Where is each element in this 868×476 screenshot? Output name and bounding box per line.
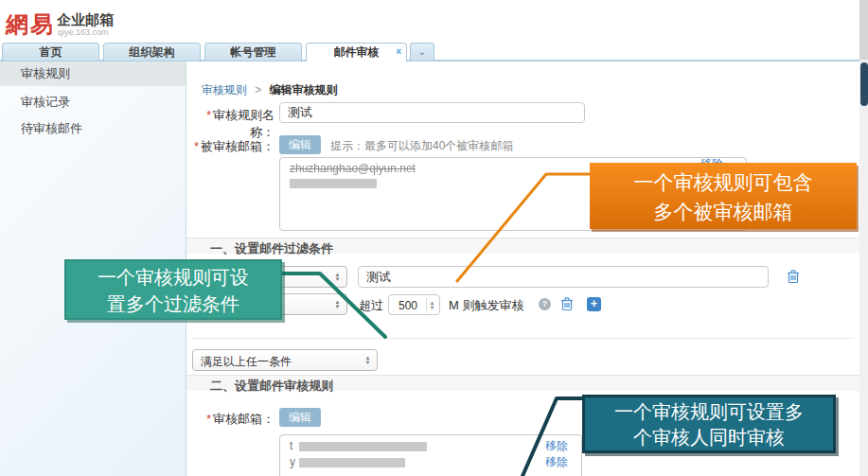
auditor-edit-button[interactable]: 编辑 (279, 408, 321, 427)
help-icon[interactable]: ? (539, 298, 551, 310)
section1-band: 一、设置邮件过滤条件 (186, 238, 859, 254)
section2-band: 二、设置邮件审核规则 (186, 375, 859, 391)
sidebar-item-pending-mails[interactable]: 待审核邮件 (0, 116, 186, 141)
select-stepper-icon: ▲▼ (331, 270, 344, 285)
filter1-trash-icon[interactable] (787, 269, 800, 288)
callout-filter-conditions: 一个审核规则可设 置多个过滤条件 (64, 259, 282, 320)
filter2-trash-icon[interactable] (560, 296, 574, 315)
auditor-remove-link-2[interactable]: 移除 (545, 454, 568, 470)
tab-home[interactable]: 首页 (2, 43, 99, 61)
filter2-suffix-text: M 则触发审核 (449, 297, 523, 314)
select-stepper-icon: ▲▼ (331, 297, 344, 312)
number-stepper-icon[interactable]: ▲▼ (426, 297, 437, 313)
audited-email-redaction-bar (290, 179, 377, 188)
breadcrumb-current: 编辑审核规则 (270, 83, 338, 97)
audited-hint: 提示：最多可以添加40个被审核邮箱 (330, 138, 513, 154)
filter2-prefix-text: 超过 (359, 297, 383, 314)
sidebar-item-audit-rules[interactable]: 审核规则 (0, 62, 186, 86)
auditor-email-prefix: y (290, 455, 295, 468)
callout-auditors: 一个审核规则可设置多 个审核人同时审核 (582, 395, 836, 453)
sidebar-item-audit-records[interactable]: 审核记录 (0, 90, 186, 115)
tab-mail-audit[interactable]: 邮件审核 × (306, 43, 407, 62)
scrollbar-thumb[interactable] (860, 62, 868, 106)
match-condition-select[interactable]: 满足以上任一条件 ▲▼ (192, 349, 378, 371)
auditor-email-redaction-bar (299, 442, 427, 451)
separator (192, 338, 854, 339)
tab-org-structure[interactable]: 组织架构 (103, 43, 201, 61)
app-window: 網易 企业邮箱 qiye.163.com 首页 组织架构 帐号管理 邮件审核 ×… (0, 0, 868, 476)
scrollbar-track-top (859, 0, 868, 60)
rule-name-input[interactable] (279, 102, 585, 123)
filter1-value-input[interactable] (358, 266, 769, 288)
audited-edit-button[interactable]: 编辑 (279, 135, 321, 154)
select-stepper-icon: ▲▼ (362, 353, 374, 368)
rule-name-label: *审核规则名称： (186, 107, 275, 141)
audited-mailbox-label: *被审核邮箱： (186, 138, 275, 155)
netease-logo: 網易 (6, 9, 55, 40)
breadcrumb-separator: > (255, 83, 261, 97)
filter2-size-input[interactable]: 500 ▲▼ (388, 294, 440, 315)
close-tab-icon[interactable]: × (396, 44, 401, 61)
section2-title: 二、设置邮件审核规则 (210, 378, 333, 395)
auditor-email-redaction-bar (299, 458, 405, 467)
add-filter-plus-icon[interactable]: + (587, 297, 601, 311)
tab-account-management[interactable]: 帐号管理 (204, 43, 302, 61)
breadcrumb-parent-link[interactable]: 审核规则 (202, 83, 247, 97)
callout-audited-mailboxes: 一个审核规则可包含 多个被审核邮箱 (590, 163, 857, 229)
auditor-email-prefix: t (290, 439, 292, 452)
auditor-mailbox-list: t 移除 y 移除 (279, 434, 582, 476)
product-domain: qiye.163.com (58, 27, 109, 37)
auditor-mailbox-label: *审核邮箱： (186, 411, 275, 428)
tab-overflow-chevron-icon[interactable]: ⌄ (410, 43, 434, 61)
breadcrumb: 审核规则 > 编辑审核规则 (202, 82, 338, 98)
section1-title: 一、设置邮件过滤条件 (210, 240, 333, 257)
audited-email-redacted: zhuzhanghao@qiyun.net (290, 162, 416, 175)
auditor-remove-link-1[interactable]: 移除 (545, 438, 568, 454)
